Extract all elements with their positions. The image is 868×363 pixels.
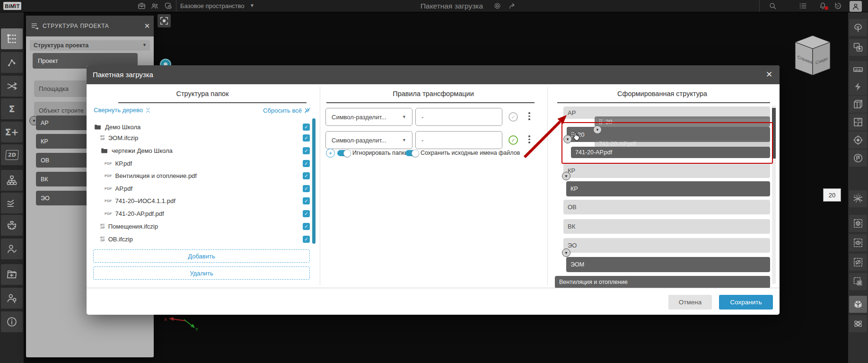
structure-type-select[interactable]: Структура проекта ▼ (30, 40, 150, 51)
tool-tree-structure[interactable] (1, 28, 23, 49)
toggle-on[interactable] (337, 150, 350, 156)
tool-flag-circle[interactable] (849, 150, 867, 167)
tool-info-circle[interactable] (1, 311, 23, 332)
projects-icon[interactable] (137, 1, 146, 10)
deselect-all-icon (304, 106, 311, 114)
checkbox-checked[interactable]: ✓ (303, 197, 310, 204)
tool-ruler[interactable] (849, 61, 867, 78)
structure-row-ЭО[interactable]: ЭО (563, 238, 770, 253)
trend-lines-icon (6, 197, 18, 209)
tool-person-check[interactable] (1, 239, 23, 259)
structure-row-741-20-АР.pdf[interactable]: 741-20-АР.pdf (571, 147, 770, 158)
tool-org-chart[interactable] (1, 170, 23, 191)
checkbox-checked[interactable]: ✓ (303, 147, 310, 154)
structure-row-label: 741-20-АР.pdf (575, 149, 612, 156)
tree-item[interactable]: IFCZIPЭОМ.ifczip (100, 132, 295, 144)
tool-shuffle[interactable] (1, 76, 23, 97)
checkbox-checked[interactable]: ✓ (303, 160, 310, 167)
structure-row-Вентиляция и отопление[interactable]: Вентиляция и отопление (555, 276, 770, 288)
tool-node-link[interactable] (1, 52, 23, 73)
chevron-down-icon[interactable]: ▼ (250, 0, 254, 12)
history-icon[interactable]: 10 (833, 1, 842, 10)
tool-trend-lines[interactable] (1, 193, 23, 213)
tool-person-pin[interactable] (1, 288, 23, 309)
tool-select-region[interactable] (849, 39, 867, 56)
teams-icon[interactable] (150, 1, 159, 10)
app-logo[interactable]: BiMiT (3, 2, 21, 10)
tree-item[interactable]: IFCZIPПомещения.ifczip (100, 220, 295, 232)
tree-item[interactable]: чертежи Демо Школа (100, 144, 295, 157)
structure-row-ЭОМ[interactable]: ЭОМ (566, 257, 770, 272)
security-history-icon[interactable] (164, 1, 173, 10)
checkbox-checked[interactable]: ✓ (303, 185, 310, 192)
tool-sigma-plus[interactable]: Σ+ (1, 122, 23, 142)
checkbox-checked[interactable]: ✓ (303, 124, 310, 131)
delete-button[interactable]: Удалить (93, 266, 310, 280)
tool-cube-dashed[interactable] (849, 215, 867, 232)
collapse-tree-link[interactable]: Свернуть дерево (94, 106, 151, 114)
tool-puzzle[interactable] (1, 215, 23, 236)
user-avatar[interactable] (850, 1, 862, 12)
structure-row-КР[interactable]: КР (563, 163, 770, 178)
tool-folder-export[interactable] (1, 264, 23, 285)
structure-row-ОВ[interactable]: ОВ (563, 200, 770, 214)
tool-cube-solid[interactable] (849, 296, 867, 313)
tool-box-3d[interactable] (849, 96, 867, 113)
tool-floor-plan[interactable] (849, 114, 867, 131)
tool-eye-off-dashed[interactable] (849, 254, 867, 271)
structure-row-КР[interactable]: КР (566, 181, 770, 196)
tree-item[interactable]: PDF741-20–ИОС4.1.1.pdf (105, 195, 295, 207)
add-rule-button[interactable]: + (326, 149, 335, 158)
tree-item[interactable]: PDFВентиляция и отопление.pdf (105, 169, 295, 182)
separator-input[interactable]: - (415, 131, 502, 149)
expand-chevron-icon[interactable]: ▼ (562, 248, 570, 257)
checkbox-checked[interactable]: ✓ (303, 236, 310, 243)
close-icon[interactable]: ✕ (762, 65, 776, 84)
tool-orbit[interactable] (849, 315, 867, 332)
expand-chevron-icon[interactable]: ▼ (593, 125, 602, 134)
close-icon[interactable]: ✕ (141, 16, 153, 36)
save-button[interactable]: Сохранить (719, 295, 773, 310)
toggle-on[interactable] (405, 150, 418, 156)
expand-chevron-icon[interactable]: ▼ (562, 172, 570, 180)
tool-eye-dashed[interactable] (849, 234, 867, 251)
result-scrollbar-thumb[interactable] (772, 108, 776, 159)
tool-clear-x[interactable] (849, 273, 867, 290)
checkbox-checked[interactable]: ✓ (303, 134, 310, 142)
drag-grip-icon[interactable] (599, 119, 603, 125)
tree-item[interactable]: IFCZIPОВ.ifczip (100, 233, 295, 245)
tool-flash[interactable] (849, 78, 867, 95)
checkbox-checked[interactable]: ✓ (303, 210, 310, 217)
add-button[interactable]: Добавить (93, 249, 310, 263)
folder-icon (94, 123, 102, 131)
settings-icon[interactable] (493, 1, 502, 10)
tool-sigma[interactable]: Σ (1, 98, 23, 119)
focus-selection-button[interactable] (158, 14, 171, 27)
navigation-cube[interactable]: Справа Сзади (793, 35, 832, 77)
checkbox-checked[interactable]: ✓ (303, 172, 310, 179)
separator-input[interactable]: - (415, 108, 502, 126)
separator-select[interactable]: Символ-разделит...▼ (325, 108, 412, 126)
svg-text:2: 2 (858, 193, 859, 196)
tree-scrollbar[interactable] (312, 118, 316, 244)
panel-menu-icon[interactable] (30, 21, 40, 31)
tree-item[interactable]: PDF741-20-АР.pdf.pdf (105, 207, 295, 220)
rules-column-title: Правила трансформации (339, 90, 528, 97)
tool-section-cut[interactable]: 12 (849, 190, 867, 207)
tool-twod[interactable]: 2D (1, 144, 23, 165)
separator-select[interactable]: Символ-разделит...▼ (325, 131, 412, 149)
checkbox-checked[interactable]: ✓ (303, 223, 310, 230)
structure-row-20[interactable]: 20 (595, 116, 770, 127)
share-icon[interactable] (508, 1, 517, 10)
tool-nature-tree[interactable] (849, 19, 867, 36)
tasks-list-icon[interactable] (798, 1, 807, 10)
reset-all-link[interactable]: Сбросить всё (244, 106, 311, 114)
tree-item[interactable]: PDFКР.pdf (105, 157, 295, 169)
cancel-button[interactable]: Отмена (668, 295, 712, 310)
structure-row-ВК[interactable]: ВК (563, 219, 770, 234)
tree-item[interactable]: PDFАР.pdf (105, 182, 295, 195)
tool-target[interactable] (849, 132, 867, 149)
workspace-selector[interactable]: Базовое пространство (180, 0, 245, 12)
info-circle-icon (6, 316, 18, 328)
search-icon[interactable] (768, 1, 777, 10)
